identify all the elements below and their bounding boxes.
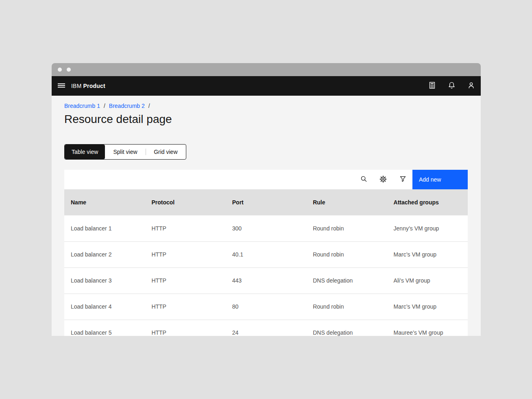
app-switcher-icon <box>428 81 436 90</box>
settings-button[interactable] <box>373 170 393 189</box>
cell-attached-groups: Marc’s VM group <box>387 294 468 320</box>
menu-button[interactable] <box>52 76 71 96</box>
column-header-port: Port <box>226 189 306 215</box>
notifications-button[interactable] <box>442 76 461 96</box>
breadcrumb-link-1[interactable]: Breadcrumb 1 <box>64 102 100 110</box>
cell-name: Load balancer 1 <box>64 215 145 241</box>
cell-attached-groups: Jenny’s VM group <box>387 215 468 241</box>
user-avatar-icon <box>467 81 475 90</box>
window-control-dot[interactable] <box>67 68 71 72</box>
table-toolbar: Add new <box>64 170 468 189</box>
content-switcher: Table view Split view Grid view <box>64 144 186 160</box>
table-row[interactable]: Load balancer 1 HTTP 300 Round robin Jen… <box>64 215 468 241</box>
cell-protocol: HTTP <box>145 320 225 336</box>
tab-split-view[interactable]: Split view <box>105 145 145 159</box>
page-content: Breadcrumb 1 / Breadcrumb 2 / Resource d… <box>52 96 481 336</box>
filter-icon <box>399 175 406 184</box>
cell-rule: Round robin <box>306 294 387 320</box>
table-row[interactable]: Load balancer 3 HTTP 443 DNS delegation … <box>64 267 468 294</box>
column-header-rule: Rule <box>306 189 387 215</box>
column-header-name: Name <box>64 189 145 215</box>
data-table-container: Add new Name Protocol Port Rule Attached… <box>64 170 468 336</box>
cell-port: 40.1 <box>226 241 306 267</box>
switcher-divider <box>146 149 146 155</box>
brand: IBMProduct <box>71 83 105 89</box>
cell-protocol: HTTP <box>145 267 225 294</box>
search-icon <box>360 175 367 184</box>
header-actions <box>422 76 481 96</box>
cell-protocol: HTTP <box>145 215 225 241</box>
brand-prefix: IBM <box>71 83 82 89</box>
cell-port: 24 <box>226 320 306 336</box>
cell-name: Load balancer 5 <box>64 320 145 336</box>
filter-button[interactable] <box>393 170 412 189</box>
window-control-dot[interactable] <box>58 68 62 72</box>
cell-port: 443 <box>226 267 306 294</box>
cell-attached-groups: Mauree’s VM group <box>387 320 468 336</box>
table-row[interactable]: Load balancer 2 HTTP 40.1 Round robin Ma… <box>64 241 468 267</box>
resource-table: Name Protocol Port Rule Attached groups … <box>64 189 468 336</box>
window-titlebar <box>52 63 481 76</box>
column-header-attached-groups: Attached groups <box>387 189 468 215</box>
cell-attached-groups: Marc’s VM group <box>387 241 468 267</box>
cell-rule: Round robin <box>306 241 387 267</box>
cell-rule: Round robin <box>306 215 387 241</box>
brand-name: Product <box>83 83 105 89</box>
cell-name: Load balancer 3 <box>64 267 145 294</box>
bell-icon <box>448 81 456 90</box>
cell-protocol: HTTP <box>145 294 225 320</box>
table-header: Name Protocol Port Rule Attached groups <box>64 189 468 215</box>
cell-protocol: HTTP <box>145 241 225 267</box>
tab-grid-view-label: Grid view <box>154 149 177 155</box>
app-switcher-button[interactable] <box>422 76 442 96</box>
column-header-protocol: Protocol <box>145 189 225 215</box>
cell-rule: DNS delegation <box>306 320 387 336</box>
breadcrumb-separator: / <box>148 102 150 110</box>
table-body: Load balancer 1 HTTP 300 Round robin Jen… <box>64 215 468 336</box>
table-row[interactable]: Load balancer 5 HTTP 24 DNS delegation M… <box>64 320 468 336</box>
hamburger-icon <box>58 82 65 90</box>
search-button[interactable] <box>354 170 373 189</box>
cell-name: Load balancer 4 <box>64 294 145 320</box>
profile-button[interactable] <box>461 76 481 96</box>
page-title: Resource detail page <box>64 112 468 127</box>
cell-attached-groups: Ali’s VM group <box>387 267 468 294</box>
cell-name: Load balancer 2 <box>64 241 145 267</box>
tab-grid-view[interactable]: Grid view <box>146 145 186 159</box>
tab-table-view[interactable]: Table view <box>65 145 105 159</box>
app-window: IBMProduct <box>52 63 481 336</box>
breadcrumb-link-2[interactable]: Breadcrumb 2 <box>109 102 145 110</box>
cell-port: 80 <box>226 294 306 320</box>
gear-icon <box>379 175 387 184</box>
cell-port: 300 <box>226 215 306 241</box>
global-header: IBMProduct <box>52 76 481 96</box>
cell-rule: DNS delegation <box>306 267 387 294</box>
breadcrumb: Breadcrumb 1 / Breadcrumb 2 / <box>64 102 468 110</box>
add-new-button[interactable]: Add new <box>412 170 468 189</box>
table-row[interactable]: Load balancer 4 HTTP 80 Round robin Marc… <box>64 294 468 320</box>
breadcrumb-separator: / <box>104 102 105 110</box>
